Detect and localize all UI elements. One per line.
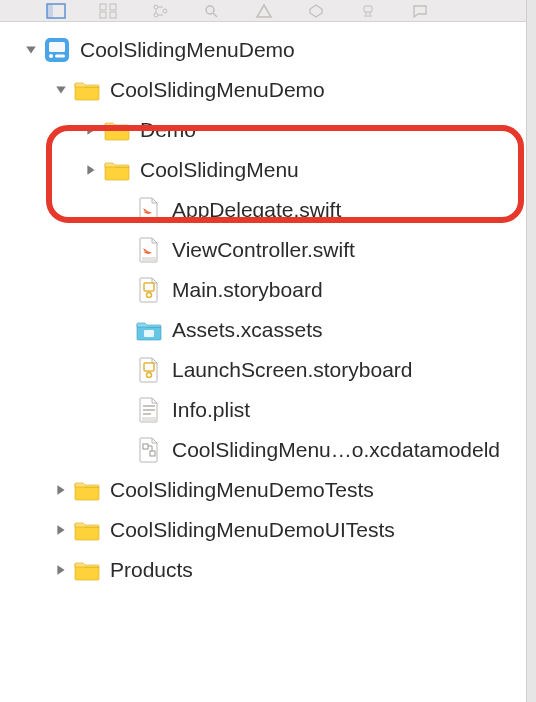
folder-row[interactable]: CoolSlidingMenu [0, 150, 536, 190]
tree-label: CoolSlidingMenu…o.xcdatamodeld [172, 438, 500, 462]
tree-label: CoolSlidingMenu [140, 158, 299, 182]
storyboard-file-icon [136, 277, 162, 303]
project-navigator-icon[interactable] [44, 3, 68, 19]
app-project-icon [44, 37, 70, 63]
disclosure-closed-icon[interactable] [54, 483, 68, 497]
folder-icon [74, 77, 100, 103]
plist-file-icon [136, 397, 162, 423]
tree-label: Products [110, 558, 193, 582]
folder-row[interactable]: CoolSlidingMenuDemoTests [0, 470, 536, 510]
disclosure-open-icon[interactable] [54, 83, 68, 97]
tree-label: CoolSlidingMenuDemoTests [110, 478, 374, 502]
file-row[interactable]: ViewController.swift [0, 230, 536, 270]
folder-icon [74, 517, 100, 543]
svg-point-22 [154, 5, 158, 9]
symbol-navigator-icon[interactable] [148, 3, 172, 19]
find-navigator-icon[interactable] [200, 3, 224, 19]
folder-row[interactable]: CoolSlidingMenuDemoUITests [0, 510, 536, 550]
tree-label: Assets.xcassets [172, 318, 323, 342]
storyboard-file-icon [136, 357, 162, 383]
swift-file-icon [136, 197, 162, 223]
disclosure-closed-icon[interactable] [84, 163, 98, 177]
folder-icon [104, 117, 130, 143]
tree-label: ViewController.swift [172, 238, 355, 262]
tree-label: CoolSlidingMenuDemo [80, 38, 295, 62]
pane-divider[interactable] [526, 0, 536, 702]
disclosure-closed-icon[interactable] [84, 123, 98, 137]
file-row[interactable]: Info.plist [0, 390, 536, 430]
folder-row[interactable]: Demo [0, 110, 536, 150]
file-row[interactable]: Main.storyboard [0, 270, 536, 310]
svg-rect-17 [47, 4, 53, 18]
folder-icon [74, 477, 100, 503]
svg-point-24 [163, 9, 167, 13]
report-navigator-icon[interactable] [408, 3, 432, 19]
debug-navigator-icon[interactable] [356, 3, 380, 19]
svg-point-25 [206, 6, 214, 14]
tree-label: CoolSlidingMenuDemoUITests [110, 518, 395, 542]
datamodel-file-icon [136, 437, 162, 463]
folder-icon [74, 557, 100, 583]
disclosure-closed-icon[interactable] [54, 563, 68, 577]
assets-folder-icon [136, 317, 162, 343]
disclosure-closed-icon[interactable] [54, 523, 68, 537]
folder-icon [104, 157, 130, 183]
tree-label: Info.plist [172, 398, 250, 422]
file-row[interactable]: CoolSlidingMenu…o.xcdatamodeld [0, 430, 536, 470]
test-navigator-icon[interactable] [304, 3, 328, 19]
file-row[interactable]: Assets.xcassets [0, 310, 536, 350]
tree-label: LaunchScreen.storyboard [172, 358, 413, 382]
project-navigator: CoolSlidingMenuDemo CoolSlidingMenuDemo … [0, 22, 536, 590]
tree-label: CoolSlidingMenuDemo [110, 78, 325, 102]
issue-navigator-icon[interactable] [252, 3, 276, 19]
svg-rect-26 [364, 6, 372, 12]
file-row[interactable]: LaunchScreen.storyboard [0, 350, 536, 390]
group-row[interactable]: CoolSlidingMenuDemo [0, 70, 536, 110]
svg-rect-20 [100, 12, 106, 18]
svg-rect-18 [100, 4, 106, 10]
tree-label: Demo [140, 118, 196, 142]
tree-label: Main.storyboard [172, 278, 323, 302]
folder-row[interactable]: Products [0, 550, 536, 590]
swift-file-icon [136, 237, 162, 263]
tree-label: AppDelegate.swift [172, 198, 341, 222]
svg-point-23 [154, 13, 158, 17]
navigator-toolbar [0, 0, 536, 22]
svg-rect-21 [110, 12, 116, 18]
file-row[interactable]: AppDelegate.swift [0, 190, 536, 230]
svg-rect-19 [110, 4, 116, 10]
source-control-icon[interactable] [96, 3, 120, 19]
disclosure-open-icon[interactable] [24, 43, 38, 57]
project-root-row[interactable]: CoolSlidingMenuDemo [0, 30, 536, 70]
